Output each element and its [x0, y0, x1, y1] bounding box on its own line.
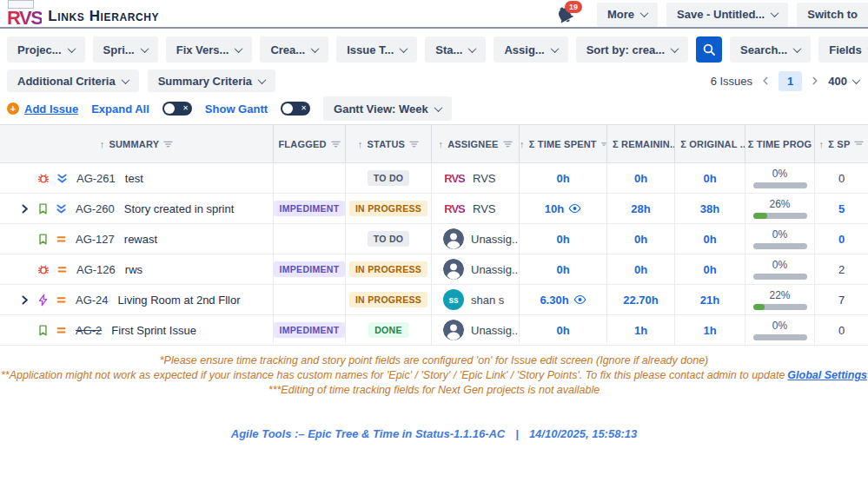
plus-icon: +: [7, 102, 19, 115]
issue-row[interactable]: AG-260 Story created in sprint IMPEDIMEN…: [0, 194, 868, 224]
show-gantt-button[interactable]: Show Gantt: [205, 102, 268, 116]
add-issue-button[interactable]: + Add Issue: [7, 102, 78, 116]
column-header-summary[interactable]: ↑SUMMARY: [0, 125, 274, 162]
expand-all-button[interactable]: Expand All: [91, 102, 149, 116]
top-actions: 19 More Save - Untitled... Switch to: [555, 3, 868, 27]
filter-created[interactable]: Crea...: [260, 36, 328, 63]
column-header-assignee[interactable]: ↑ASSIGNEE: [432, 125, 520, 162]
footnote-2: **Application might not work as expected…: [0, 368, 868, 383]
switch-to-button[interactable]: Switch to: [797, 3, 868, 27]
filter-fix-version[interactable]: Fix Vers...: [166, 36, 253, 63]
avatar: RVS: [443, 168, 466, 188]
original-cell: 1h: [675, 315, 745, 345]
filter-icon[interactable]: [331, 140, 341, 149]
issue-key-link[interactable]: AG-260: [76, 202, 115, 215]
filter-sprint[interactable]: Spri...: [93, 36, 158, 63]
notifications-button[interactable]: 19: [555, 5, 574, 24]
fields-button[interactable]: Fields: [818, 36, 868, 63]
original-value: 0h: [703, 263, 716, 276]
time-progress-cell: 26%: [745, 194, 815, 223]
toggle-off-x-icon: ✕: [182, 105, 189, 112]
filter-status-label: Sta...: [435, 43, 462, 56]
issue-row[interactable]: AG-261 test TO DO RVS RVS 0h 0h 0h 0% 0: [0, 163, 868, 194]
time-spent-value: 0h: [556, 263, 569, 276]
summary-criteria-button[interactable]: Summary Criteria: [148, 69, 275, 92]
filter-status[interactable]: Sta...: [425, 36, 486, 63]
expand-chevron-icon[interactable]: [18, 294, 31, 306]
filter-icon[interactable]: [163, 140, 173, 149]
column-label: Σ REMAININ...: [613, 139, 675, 149]
time-spent-cell: 10h: [520, 194, 607, 223]
gantt-view-label: Gantt View: Week: [334, 102, 428, 116]
gantt-view-select[interactable]: Gantt View: Week: [323, 96, 452, 121]
expand-chevron-icon[interactable]: [18, 203, 31, 215]
issue-summary: test: [125, 172, 143, 185]
priority-medium-icon: [55, 294, 68, 307]
toggle-off-x-icon: ✕: [301, 105, 307, 112]
filter-issue-type[interactable]: Issue T...: [336, 36, 417, 63]
status-cell: TO DO: [346, 163, 432, 193]
column-header-status[interactable]: ↑STATUS: [346, 125, 432, 162]
issue-row[interactable]: AG-2 First Sprint Issue IMPEDIMENT DONE …: [0, 315, 868, 346]
current-page[interactable]: 1: [779, 71, 802, 91]
issue-key-link[interactable]: AG-24: [76, 294, 109, 307]
column-header-flagged[interactable]: FLAGGED: [274, 125, 346, 162]
eye-icon[interactable]: [568, 203, 581, 214]
story-points-value: 5: [838, 202, 845, 215]
filter-icon[interactable]: [503, 140, 513, 149]
remaining-value: 0h: [634, 233, 647, 246]
sort-arrow-icon: ↑: [100, 139, 105, 149]
column-header-original[interactable]: ↑Σ ORIGINAL ...: [675, 125, 745, 162]
search-dropdown[interactable]: Search...: [730, 36, 811, 63]
prev-page-button[interactable]: [760, 76, 771, 86]
expand-all-toggle[interactable]: ✕: [162, 102, 192, 116]
chevron-down-icon: [400, 44, 408, 53]
filter-icon[interactable]: [854, 140, 864, 149]
issue-key-link[interactable]: AG-261: [76, 172, 116, 185]
column-header-time-spent[interactable]: ↑Σ TIME SPENT: [520, 125, 607, 162]
save-filter-button[interactable]: Save - Untitled...: [666, 3, 788, 27]
person-icon: [443, 228, 464, 249]
filter-assignee[interactable]: Assig...: [494, 36, 567, 63]
issue-key-link[interactable]: AG-126: [76, 263, 116, 276]
filter-icon[interactable]: [601, 140, 606, 149]
more-button[interactable]: More: [597, 3, 658, 27]
time-spent-cell: 0h: [520, 163, 607, 193]
status-cell: TO DO: [346, 224, 432, 254]
page-size-select[interactable]: 400: [828, 75, 859, 88]
additional-criteria-button[interactable]: Additional Criteria: [7, 69, 139, 92]
story-points-value: 0: [838, 324, 845, 337]
issue-key-link[interactable]: AG-2: [76, 324, 102, 337]
avatar: ss: [443, 289, 464, 310]
progress-label: 0%: [772, 320, 787, 332]
issue-key-link[interactable]: AG-127: [76, 233, 115, 246]
progress-bar: [753, 334, 807, 340]
global-settings-link[interactable]: Global Settings: [787, 369, 867, 381]
issue-row[interactable]: AG-127 rewast TO DO Unassig.. 0h 0h 0h 0…: [0, 224, 868, 254]
issue-row[interactable]: AG-126 rws IMPEDIMENT IN PROGRESS Unassi…: [0, 254, 868, 285]
filter-project-label: Projec...: [17, 43, 62, 56]
links-hierarchy-app: RVS Links Hierarchy 19 More Save - Untit…: [0, 0, 868, 482]
issue-row[interactable]: AG-24 Living Room at 2nd Fllor IN PROGRE…: [0, 285, 868, 315]
flagged-cell: [274, 224, 346, 254]
time-spent-cell: 6.30h: [520, 285, 607, 314]
progress-bar: [753, 304, 807, 310]
status-badge: IN PROGRESS: [349, 201, 427, 216]
column-header-sp[interactable]: ↑Σ SP: [815, 125, 868, 162]
assignee-name: RVS: [473, 172, 496, 185]
criteria-bar: Additional Criteria Summary Criteria 6 I…: [0, 63, 868, 92]
column-header-time-progress[interactable]: Σ TIME PROG: [745, 125, 815, 162]
column-label: Σ ORIGINAL ...: [680, 139, 745, 149]
column-header-remaining[interactable]: ↑Σ REMAININ...: [607, 125, 675, 162]
show-gantt-toggle[interactable]: ✕: [281, 102, 310, 116]
search-dropdown-label: Search...: [740, 43, 787, 56]
filter-icon[interactable]: [409, 140, 419, 149]
flagged-cell: IMPEDIMENT: [274, 254, 346, 284]
priority-medium-icon: [55, 324, 68, 337]
search-button[interactable]: [696, 36, 722, 63]
next-page-button[interactable]: [810, 76, 820, 86]
sort-by-button[interactable]: Sort by: crea...: [576, 36, 688, 63]
eye-icon[interactable]: [573, 294, 586, 305]
filter-project[interactable]: Projec...: [7, 36, 85, 63]
bug-icon: [36, 171, 50, 185]
